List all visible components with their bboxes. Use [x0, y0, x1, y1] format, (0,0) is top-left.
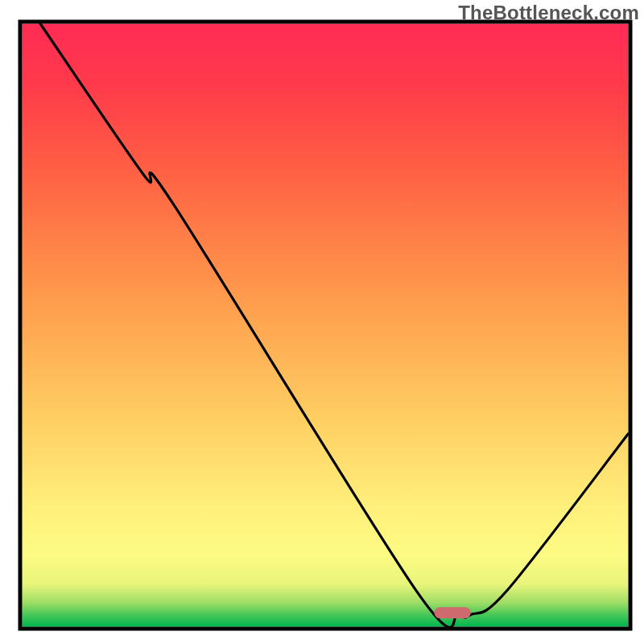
- watermark-label: TheBottleneck.com: [458, 2, 639, 24]
- chart-svg: [0, 0, 644, 644]
- optimal-marker: [435, 607, 471, 618]
- bottleneck-chart: TheBottleneck.com: [0, 0, 644, 644]
- gradient-area: [23, 24, 629, 627]
